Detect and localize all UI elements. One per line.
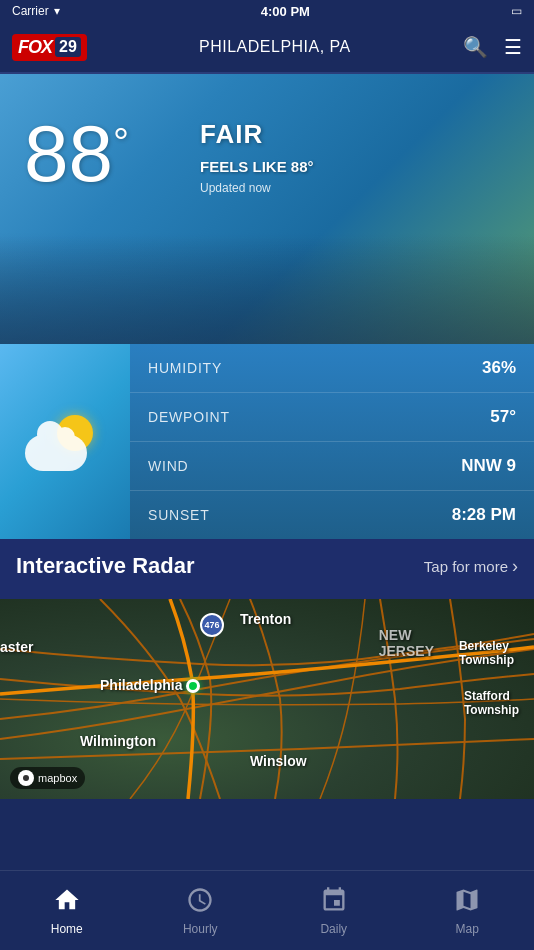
- humidity-label: HUMIDITY: [148, 360, 222, 376]
- mapbox-label: mapbox: [38, 772, 77, 784]
- map-label-aster: aster: [0, 639, 33, 655]
- map-label-stafford: Stafford Township: [464, 689, 519, 717]
- temperature-big: 88°: [24, 114, 129, 194]
- feels-like-temp: 88°: [291, 158, 314, 175]
- nav-map-label: Map: [456, 922, 479, 936]
- hourly-icon: [186, 886, 214, 918]
- feels-like-label: FEELS LIKE 88°: [200, 158, 314, 175]
- wind-value: NNW 9: [461, 456, 516, 476]
- carrier-label: Carrier: [12, 4, 49, 18]
- dewpoint-value: 57°: [490, 407, 516, 427]
- weather-icon-area: [0, 344, 130, 539]
- highway-number: 476: [204, 620, 219, 630]
- sunset-label: SUNSET: [148, 507, 210, 523]
- bottom-nav: Home Hourly Daily Map: [0, 870, 534, 950]
- search-button[interactable]: 🔍: [463, 35, 488, 59]
- sun-cloud-icon: [25, 407, 105, 477]
- map-label-berkeley: Berkeley Township: [459, 639, 514, 667]
- feels-like-text: FEELS LIKE: [200, 158, 287, 175]
- mapbox-logo: mapbox: [10, 767, 85, 789]
- sunset-value: 8:28 PM: [452, 505, 516, 525]
- updated-label: Updated now: [200, 181, 314, 195]
- radar-header: Interactive Radar Tap for more ›: [16, 553, 518, 579]
- nav-hourly-label: Hourly: [183, 922, 218, 936]
- home-icon: [53, 886, 81, 918]
- nav-daily[interactable]: Daily: [267, 871, 401, 950]
- weather-details-panel: HUMIDITY 36% DEWPOINT 57° WIND NNW 9 SUN…: [0, 344, 534, 539]
- status-carrier: Carrier ▾: [12, 4, 60, 18]
- status-bar: Carrier ▾ 4:00 PM ▭: [0, 0, 534, 22]
- daily-icon: [320, 886, 348, 918]
- philadelphia-dot: [186, 679, 200, 693]
- nav-hourly[interactable]: Hourly: [134, 871, 268, 950]
- humidity-value: 36%: [482, 358, 516, 378]
- nav-home-label: Home: [51, 922, 83, 936]
- highway-badge: 476: [200, 613, 224, 637]
- map-label-trenton: Trenton: [240, 611, 291, 627]
- battery-icon: ▭: [511, 4, 522, 18]
- tap-more-button[interactable]: Tap for more ›: [424, 556, 518, 577]
- condition-block: FAIR FEELS LIKE 88° Updated now: [200, 119, 314, 195]
- map-label-winslow: Winslow: [250, 753, 307, 769]
- status-battery: ▭: [511, 4, 522, 18]
- weather-hero: 88° FAIR FEELS LIKE 88° Updated now: [0, 74, 534, 344]
- map-label-wilmington: Wilmington: [80, 733, 156, 749]
- nav-home[interactable]: Home: [0, 871, 134, 950]
- sunset-row: SUNSET 8:28 PM: [130, 491, 534, 539]
- map-label-philadelphia: Philadelphia: [100, 677, 200, 693]
- dewpoint-label: DEWPOINT: [148, 409, 230, 425]
- cloud-shape: [25, 435, 87, 471]
- humidity-row: HUMIDITY 36%: [130, 344, 534, 393]
- fox-number: 29: [55, 37, 81, 57]
- wifi-icon: ▾: [54, 4, 60, 18]
- header-icons: 🔍 ☰: [463, 35, 522, 59]
- menu-button[interactable]: ☰: [504, 35, 522, 59]
- map-label-new-jersey: NEW JERSEY: [379, 627, 434, 659]
- chevron-right-icon: ›: [512, 556, 518, 577]
- tap-more-label: Tap for more: [424, 558, 508, 575]
- radar-title: Interactive Radar: [16, 553, 195, 579]
- mapbox-icon: [18, 770, 34, 786]
- temperature-value: 88: [24, 114, 113, 194]
- nav-map[interactable]: Map: [401, 871, 535, 950]
- temperature-display: 88°: [24, 114, 129, 194]
- fox-text: FOX: [18, 37, 52, 58]
- map-icon: [453, 886, 481, 918]
- wind-row: WIND NNW 9: [130, 442, 534, 491]
- wind-label: WIND: [148, 458, 189, 474]
- dewpoint-row: DEWPOINT 57°: [130, 393, 534, 442]
- city-label: PHILADELPHIA, PA: [97, 38, 453, 56]
- app-header: FOX 29 PHILADELPHIA, PA 🔍 ☰: [0, 22, 534, 74]
- status-time: 4:00 PM: [261, 4, 310, 19]
- map-container[interactable]: 476 aster Trenton NEW JERSEY Philadelphi…: [0, 599, 534, 799]
- degree-symbol: °: [113, 122, 129, 162]
- details-grid: HUMIDITY 36% DEWPOINT 57° WIND NNW 9 SUN…: [130, 344, 534, 539]
- fox-logo: FOX 29: [12, 34, 87, 61]
- condition-label: FAIR: [200, 119, 314, 150]
- radar-section: Interactive Radar Tap for more ›: [0, 539, 534, 599]
- nav-daily-label: Daily: [320, 922, 347, 936]
